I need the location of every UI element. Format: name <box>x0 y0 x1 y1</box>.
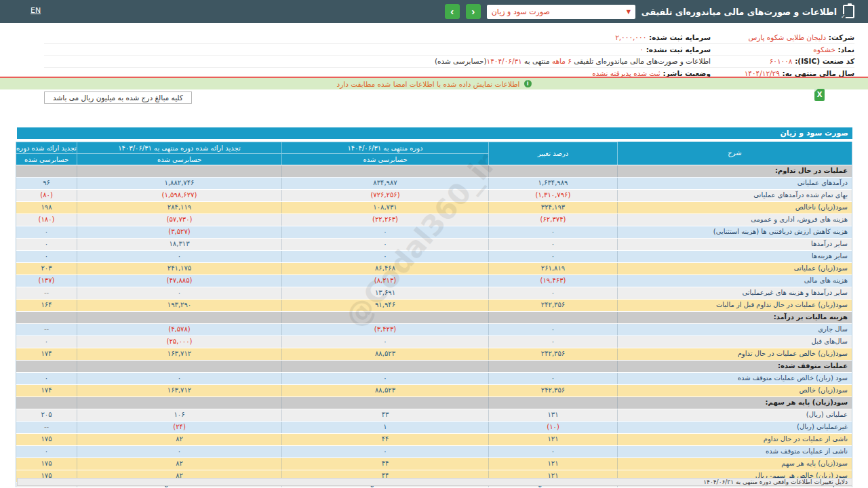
row-label: سال‌های قبل <box>618 336 852 348</box>
cell-value: ۰ <box>77 287 282 299</box>
cell-value: (۳,۴۲۳) <box>282 324 489 336</box>
table-row: بهای تمام شده درآمدهای عملیاتی(۱,۳۱۰,۷۹۶… <box>16 189 852 201</box>
row-label: سود(زیان) عملیات در حال تداوم قبل از مال… <box>618 300 852 311</box>
cell-value <box>16 312 77 323</box>
row-label: بهای تمام شده درآمدهای عملیاتی <box>618 190 852 201</box>
row-label: سود (زیان) خالص عملیات متوقف شده <box>618 373 852 384</box>
cell-value: ۰ <box>489 324 618 336</box>
info-left-cell: سرمایه ثبت شده: ۲,۰۰۰,۰۰۰ <box>44 33 711 41</box>
cell-value: ۱ <box>282 422 489 433</box>
cell-value: (۱۳۷) <box>16 275 77 287</box>
cell-value: (۱۰) <box>489 422 618 433</box>
cell-value: ۲۰۵ <box>16 409 77 421</box>
info-row: نماد: خشکوهسرمایه ثبت نشده: ۰ <box>44 44 854 56</box>
table-row: عملیاتی (ریال)۱۳۱۴۳۱۰۶۲۰۵ <box>16 409 852 421</box>
cell-value: ۰ <box>489 239 618 250</box>
cell-value: ۱,۸۸۲,۷۴۶ <box>77 178 282 189</box>
cell-value <box>77 397 282 409</box>
header-period-restated-year: تجدید ارائه شده دوره منتهی به ۱۴۰۳/۱۲/۳۰ <box>16 142 77 153</box>
cell-value: ۸۸,۵۲۳ <box>282 348 489 360</box>
row-label: سود(زیان) پایه هر سهم <box>618 458 852 470</box>
header-desc: شرح <box>618 142 852 165</box>
cell-value: (۳,۵۲۷) <box>77 226 282 238</box>
cell-value: ۸۳۴,۹۸۷ <box>282 178 489 189</box>
table-row: غیرعملیاتی (ریال)(۱۰)۱(۲۴)-- <box>16 421 852 433</box>
info-right-cell: شرکت: دلیجان طلایی شکوه پارس <box>711 33 854 41</box>
cell-value: ۱۲۱ <box>489 434 618 445</box>
cell-value: ۰ <box>282 226 489 238</box>
row-label: هزینه کاهش ارزش دریافتنی ها (هزینه استثن… <box>618 226 852 238</box>
header-audit-3: حسابرسی شده <box>16 153 77 165</box>
cell-value: ۰ <box>282 239 489 250</box>
cell-value: ۴۴ <box>282 434 489 445</box>
cell-value: ۱۰۸,۷۳۱ <box>282 202 489 214</box>
cell-value <box>489 165 618 177</box>
row-label: سایر درآمدها و هزینه های غیرعملیاتی <box>618 287 852 299</box>
company-info-panel: شرکت: دلیجان طلایی شکوه پارسسرمایه ثبت ش… <box>44 32 854 79</box>
cell-value <box>282 165 489 177</box>
clipboard-report-icon <box>843 5 854 18</box>
row-label: هزینه های فروش، اداری و عمومی <box>618 214 852 226</box>
language-switch-en[interactable]: EN <box>31 6 41 15</box>
reasons-header: دلایل تغییرات اطلاعات واقعی دوره منتهی ب… <box>17 478 852 486</box>
top-bar-right-cluster: اطلاعات و صورت‌های مالی میاندوره‌ای تلفی… <box>445 0 854 23</box>
cell-value: ۱۳۱ <box>489 409 618 421</box>
table-row: سایر درآمدها و هزینه های غیرعملیاتی۰۱۳,۶… <box>16 287 852 299</box>
row-label: سود(زیان) ناخالص <box>618 202 852 214</box>
cell-value: ۰ <box>489 373 618 384</box>
info-icon: i <box>524 80 532 87</box>
cell-value: ۰ <box>16 226 77 238</box>
cell-value: ۰ <box>282 446 489 458</box>
table-row: هزینه های فروش، اداری و عمومی(۶۲,۳۷۴)(۲۲… <box>16 214 852 226</box>
info-left-cell: وضعیت ناشر: ثبت شده پذیرفته نشده <box>44 69 711 77</box>
header-audit-1: حسابرسی شده <box>282 153 489 165</box>
statement-select[interactable]: ▼ صورت سود و زیان <box>487 5 635 19</box>
cell-value: (۶۲,۳۷۴) <box>489 214 618 226</box>
cell-value: ۸۲ <box>77 434 282 445</box>
cell-value: (۷۲۶,۲۵۶) <box>282 190 489 201</box>
cell-value <box>489 361 618 372</box>
cell-value: ۳۲۴,۱۹۳ <box>489 202 618 214</box>
section-row: عملیات در حال تداوم: <box>16 165 852 177</box>
table-row: سایر درآمدها۰۰۱۸,۳۱۳۰ <box>16 238 852 250</box>
cell-value <box>77 361 282 372</box>
cell-value: ۰ <box>489 336 618 348</box>
cell-value: ۰ <box>77 373 282 384</box>
cell-value <box>489 397 618 409</box>
cell-value: ۲۴۲,۳۵۶ <box>489 300 618 311</box>
cell-value: ۱۶۳,۷۱۲ <box>77 385 282 396</box>
cell-value: ۲۸۴,۱۱۹ <box>77 202 282 214</box>
cell-value: ۱۲۱ <box>489 458 618 470</box>
row-label: هزینه های مالی <box>618 275 852 287</box>
cell-value: (۸۰) <box>16 190 77 201</box>
cell-value <box>16 397 77 409</box>
cell-value: ۹۶ <box>16 178 77 189</box>
row-label: سود(زیان) عملیاتی <box>618 263 852 274</box>
table-title: صورت سود و زیان <box>17 127 852 139</box>
section-row: هزینه مالیات بر درآمد: <box>16 311 852 323</box>
row-label: عملیات در حال تداوم: <box>618 165 852 177</box>
cell-value: ۱۸,۳۱۳ <box>77 239 282 250</box>
cell-value: (۱,۵۹۸,۶۲۷) <box>77 190 282 201</box>
cell-value: ۰ <box>16 373 77 384</box>
cell-value <box>77 165 282 177</box>
cell-value <box>282 312 489 323</box>
prev-statement-button[interactable]: ‹ <box>466 4 481 19</box>
table-row: هزینه کاهش ارزش دریافتنی ها (هزینه استثن… <box>16 226 852 238</box>
cell-value <box>282 361 489 372</box>
table-row: سال جاری۰(۳,۴۲۳)(۴,۵۷۸)-- <box>16 323 852 336</box>
cell-value <box>16 165 77 177</box>
cell-value: ۱,۶۳۴,۹۸۹ <box>489 178 618 189</box>
row-label: سال جاری <box>618 324 852 336</box>
cell-value: ۱۶۴ <box>16 300 77 311</box>
cell-value: (۱۹,۴۶۳) <box>489 275 618 287</box>
excel-export-icon[interactable]: X <box>814 89 825 101</box>
row-label: هزینه مالیات بر درآمد: <box>618 312 852 323</box>
table-row: هزینه های مالی(۱۹,۴۶۳)(۸,۲۱۳)(۴۷,۸۸۵)(۱۳… <box>16 274 852 287</box>
cell-value <box>16 361 77 372</box>
next-statement-button[interactable]: › <box>445 4 460 19</box>
table-row: سود(زیان) پایه هر سهم۱۲۱۴۴۸۲۱۷۵ <box>16 458 852 470</box>
row-label: سود(زیان) خالص <box>618 385 852 396</box>
cell-value: ۲۴۲,۳۵۶ <box>489 348 618 360</box>
cell-value: (۴,۵۷۸) <box>77 324 282 336</box>
